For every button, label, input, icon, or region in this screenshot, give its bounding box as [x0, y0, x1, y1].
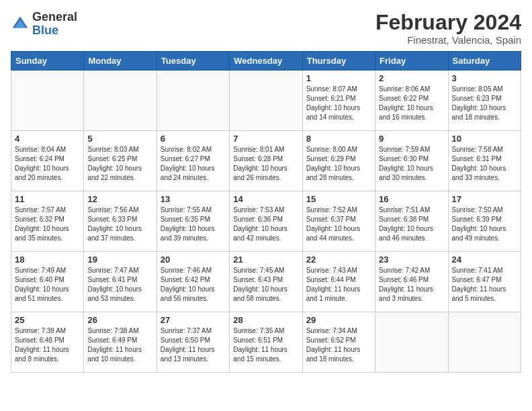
- day-number: 17: [452, 194, 517, 204]
- calendar-cell: 24Sunrise: 7:41 AM Sunset: 6:47 PM Dayli…: [448, 252, 521, 312]
- calendar-cell: [11, 71, 84, 131]
- day-number: 21: [233, 255, 298, 265]
- weekday-header-sunday: Sunday: [11, 52, 84, 71]
- calendar-cell: [157, 71, 229, 131]
- day-number: 10: [452, 134, 517, 144]
- calendar-cell: 13Sunrise: 7:55 AM Sunset: 6:35 PM Dayli…: [157, 191, 229, 252]
- day-info: Sunrise: 7:52 AM Sunset: 6:37 PM Dayligh…: [306, 205, 371, 243]
- day-info: Sunrise: 7:56 AM Sunset: 6:33 PM Dayligh…: [87, 205, 152, 243]
- calendar-cell: [448, 312, 521, 373]
- weekday-header-friday: Friday: [375, 52, 448, 71]
- day-info: Sunrise: 7:42 AM Sunset: 6:46 PM Dayligh…: [379, 266, 444, 304]
- day-info: Sunrise: 7:49 AM Sunset: 6:40 PM Dayligh…: [15, 266, 80, 304]
- weekday-header-tuesday: Tuesday: [157, 52, 229, 71]
- calendar-cell: [84, 71, 157, 131]
- day-info: Sunrise: 7:38 AM Sunset: 6:49 PM Dayligh…: [87, 326, 152, 364]
- calendar-cell: 8Sunrise: 8:00 AM Sunset: 6:29 PM Daylig…: [302, 131, 375, 191]
- month-year: February 2024: [375, 11, 521, 34]
- calendar-cell: 6Sunrise: 8:02 AM Sunset: 6:27 PM Daylig…: [157, 131, 229, 191]
- location: Finestrat, Valencia, Spain: [375, 34, 521, 46]
- day-number: 12: [87, 194, 152, 204]
- day-info: Sunrise: 8:03 AM Sunset: 6:25 PM Dayligh…: [87, 145, 152, 183]
- calendar-cell: 23Sunrise: 7:42 AM Sunset: 6:46 PM Dayli…: [375, 252, 448, 312]
- week-row-5: 25Sunrise: 7:39 AM Sunset: 6:48 PM Dayli…: [11, 312, 521, 373]
- week-row-4: 18Sunrise: 7:49 AM Sunset: 6:40 PM Dayli…: [11, 252, 521, 312]
- day-info: Sunrise: 7:50 AM Sunset: 6:39 PM Dayligh…: [452, 205, 517, 243]
- day-number: 26: [87, 315, 152, 325]
- day-number: 22: [306, 255, 371, 265]
- calendar-cell: 5Sunrise: 8:03 AM Sunset: 6:25 PM Daylig…: [84, 131, 157, 191]
- calendar-cell: 28Sunrise: 7:35 AM Sunset: 6:51 PM Dayli…: [230, 312, 302, 373]
- day-number: 14: [233, 194, 298, 204]
- day-number: 27: [161, 315, 226, 325]
- day-info: Sunrise: 7:34 AM Sunset: 6:52 PM Dayligh…: [306, 326, 371, 364]
- day-info: Sunrise: 7:53 AM Sunset: 6:36 PM Dayligh…: [233, 205, 298, 243]
- day-number: 18: [15, 255, 80, 265]
- calendar-cell: 11Sunrise: 7:57 AM Sunset: 6:32 PM Dayli…: [11, 191, 84, 252]
- calendar-cell: 4Sunrise: 8:04 AM Sunset: 6:24 PM Daylig…: [11, 131, 84, 191]
- day-info: Sunrise: 7:39 AM Sunset: 6:48 PM Dayligh…: [15, 326, 80, 364]
- logo-text: General Blue: [32, 11, 77, 38]
- day-number: 1: [306, 73, 371, 83]
- calendar-cell: 21Sunrise: 7:45 AM Sunset: 6:43 PM Dayli…: [230, 252, 302, 312]
- day-number: 5: [87, 134, 152, 144]
- day-info: Sunrise: 7:43 AM Sunset: 6:44 PM Dayligh…: [306, 266, 371, 304]
- calendar-cell: [230, 71, 302, 131]
- day-number: 28: [233, 315, 298, 325]
- day-info: Sunrise: 8:07 AM Sunset: 6:21 PM Dayligh…: [306, 85, 371, 122]
- calendar-cell: 22Sunrise: 7:43 AM Sunset: 6:44 PM Dayli…: [302, 252, 375, 312]
- day-number: 24: [452, 255, 517, 265]
- calendar-cell: 10Sunrise: 7:58 AM Sunset: 6:31 PM Dayli…: [448, 131, 521, 191]
- calendar-cell: 17Sunrise: 7:50 AM Sunset: 6:39 PM Dayli…: [448, 191, 521, 252]
- logo-blue-text: Blue: [32, 24, 58, 37]
- day-info: Sunrise: 7:47 AM Sunset: 6:41 PM Dayligh…: [87, 266, 152, 304]
- day-number: 25: [15, 315, 80, 325]
- calendar-cell: 20Sunrise: 7:46 AM Sunset: 6:42 PM Dayli…: [157, 252, 229, 312]
- day-number: 20: [161, 255, 226, 265]
- day-info: Sunrise: 8:06 AM Sunset: 6:22 PM Dayligh…: [379, 85, 444, 122]
- day-number: 7: [233, 134, 298, 144]
- day-number: 15: [306, 194, 371, 204]
- day-info: Sunrise: 7:51 AM Sunset: 6:38 PM Dayligh…: [379, 205, 444, 243]
- day-info: Sunrise: 8:00 AM Sunset: 6:29 PM Dayligh…: [306, 145, 371, 183]
- title-area: February 2024 Finestrat, Valencia, Spain: [375, 11, 521, 46]
- day-info: Sunrise: 8:02 AM Sunset: 6:27 PM Dayligh…: [161, 145, 226, 183]
- calendar-cell: 1Sunrise: 8:07 AM Sunset: 6:21 PM Daylig…: [302, 71, 375, 131]
- day-number: 2: [379, 73, 444, 83]
- calendar-cell: 2Sunrise: 8:06 AM Sunset: 6:22 PM Daylig…: [375, 71, 448, 131]
- weekday-header-saturday: Saturday: [448, 52, 521, 71]
- day-number: 3: [452, 73, 517, 83]
- logo: General Blue: [11, 11, 77, 38]
- calendar-cell: 3Sunrise: 8:05 AM Sunset: 6:23 PM Daylig…: [448, 71, 521, 131]
- day-number: 23: [379, 255, 444, 265]
- day-info: Sunrise: 7:46 AM Sunset: 6:42 PM Dayligh…: [161, 266, 226, 304]
- week-row-2: 4Sunrise: 8:04 AM Sunset: 6:24 PM Daylig…: [11, 131, 521, 191]
- calendar-cell: 29Sunrise: 7:34 AM Sunset: 6:52 PM Dayli…: [302, 312, 375, 373]
- day-info: Sunrise: 7:35 AM Sunset: 6:51 PM Dayligh…: [233, 326, 298, 364]
- day-number: 4: [15, 134, 80, 144]
- day-number: 6: [161, 134, 226, 144]
- calendar-cell: 9Sunrise: 7:59 AM Sunset: 6:30 PM Daylig…: [375, 131, 448, 191]
- day-info: Sunrise: 7:45 AM Sunset: 6:43 PM Dayligh…: [233, 266, 298, 304]
- week-row-3: 11Sunrise: 7:57 AM Sunset: 6:32 PM Dayli…: [11, 191, 521, 252]
- weekday-header-monday: Monday: [84, 52, 157, 71]
- day-info: Sunrise: 7:55 AM Sunset: 6:35 PM Dayligh…: [161, 205, 226, 243]
- day-number: 13: [161, 194, 226, 204]
- week-row-1: 1Sunrise: 8:07 AM Sunset: 6:21 PM Daylig…: [11, 71, 521, 131]
- day-number: 16: [379, 194, 444, 204]
- calendar-cell: 26Sunrise: 7:38 AM Sunset: 6:49 PM Dayli…: [84, 312, 157, 373]
- weekday-header-thursday: Thursday: [302, 52, 375, 71]
- weekday-header-wednesday: Wednesday: [230, 52, 302, 71]
- day-number: 11: [15, 194, 80, 204]
- day-info: Sunrise: 7:58 AM Sunset: 6:31 PM Dayligh…: [452, 145, 517, 183]
- calendar-cell: [375, 312, 448, 373]
- day-info: Sunrise: 8:04 AM Sunset: 6:24 PM Dayligh…: [15, 145, 80, 183]
- calendar-cell: 7Sunrise: 8:01 AM Sunset: 6:28 PM Daylig…: [230, 131, 302, 191]
- logo-general-text: General: [32, 10, 77, 24]
- day-number: 29: [306, 315, 371, 325]
- day-info: Sunrise: 7:37 AM Sunset: 6:50 PM Dayligh…: [161, 326, 226, 364]
- day-info: Sunrise: 8:05 AM Sunset: 6:23 PM Dayligh…: [452, 85, 517, 122]
- day-info: Sunrise: 7:41 AM Sunset: 6:47 PM Dayligh…: [452, 266, 517, 304]
- calendar-cell: 14Sunrise: 7:53 AM Sunset: 6:36 PM Dayli…: [230, 191, 302, 252]
- header: General Blue February 2024 Finestrat, Va…: [11, 11, 521, 46]
